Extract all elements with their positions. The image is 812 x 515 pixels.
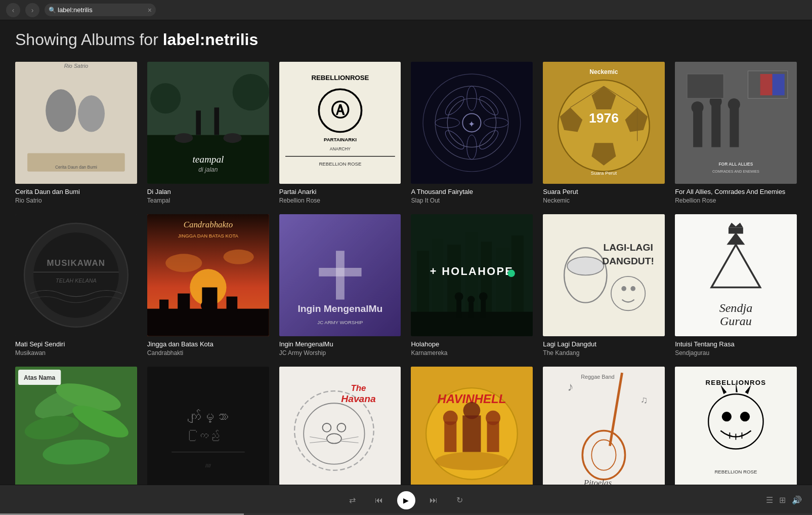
svg-point-114 xyxy=(622,286,627,291)
album-cover-havinhell: HAVINHELL xyxy=(411,367,533,485)
album-item-reggae[interactable]: ♪ ♫ Reggae Band Pitoelas xyxy=(543,367,665,485)
play-button[interactable]: ▶ xyxy=(397,491,415,509)
player-right-controls: ☰ ⊞ 🔊 xyxy=(766,495,802,505)
svg-rect-100 xyxy=(457,299,462,318)
album-grid: Rio Satrio Cerita Daun dan Bumi Cerita D… xyxy=(15,62,797,485)
svg-rect-136 xyxy=(279,367,401,485)
album-item-forall[interactable]: FOR ALL ALLIES COMRADES AND ENEMIES For … xyxy=(675,62,797,204)
svg-text:REBELLION ROSE: REBELLION ROSE xyxy=(319,161,361,167)
nav-back-button[interactable]: ‹ xyxy=(6,3,20,17)
svg-point-101 xyxy=(455,292,463,301)
svg-rect-80 xyxy=(226,296,237,311)
album-artist-jingga: Candrabhakti xyxy=(147,349,269,356)
svg-text:Suara Perut: Suara Perut xyxy=(591,170,617,176)
album-title-intuisi: Intuisi Tentang Rasa xyxy=(675,340,797,348)
svg-rect-63 xyxy=(773,74,785,95)
svg-rect-81 xyxy=(204,308,207,324)
album-item-dijalan[interactable]: teampal di jalan Di Jalan Teampal xyxy=(147,62,269,204)
album-artist-athousand: Slap It Out xyxy=(411,197,533,204)
volume-button[interactable]: 🔊 xyxy=(792,495,802,505)
list-view-button[interactable]: ☰ xyxy=(766,495,773,505)
page-title-prefix: Showing Albums for xyxy=(15,30,163,49)
svg-point-157 xyxy=(436,452,509,470)
svg-text:Reggae Band: Reggae Band xyxy=(581,374,615,380)
svg-text:ANARCHY: ANARCHY xyxy=(330,146,351,151)
svg-text:teampal: teampal xyxy=(192,154,224,165)
svg-text:DANGDUT!: DANGDUT! xyxy=(603,256,655,266)
repeat-button[interactable]: ↻ xyxy=(452,492,468,508)
svg-text:Gurau: Gurau xyxy=(720,314,752,328)
svg-text:PARTAINARKI: PARTAINARKI xyxy=(324,137,357,142)
svg-rect-56 xyxy=(711,104,720,147)
next-button[interactable]: ⏭ xyxy=(425,492,442,508)
svg-rect-104 xyxy=(481,299,486,318)
svg-rect-54 xyxy=(693,110,702,147)
repeat-icon: ↻ xyxy=(456,495,463,505)
svg-rect-108 xyxy=(543,214,665,336)
nav-forward-button[interactable]: › xyxy=(25,3,39,17)
album-title-holahope: Holahope xyxy=(411,340,533,348)
album-item-havinhell[interactable]: HAVINHELL xyxy=(411,367,533,485)
album-cover-lion: The Havana xyxy=(279,367,401,485)
album-cover-mati: MUSIKAWAN TELAH KELANA xyxy=(15,214,137,336)
svg-rect-155 xyxy=(487,421,499,452)
album-title-dijalan: Di Jalan xyxy=(147,188,269,195)
svg-point-14 xyxy=(175,133,193,143)
svg-text:Neckemic: Neckemic xyxy=(590,68,618,75)
album-item-partai[interactable]: REBELLIONROSE Ⓐ PARTAINARKI ANARCHY REBE… xyxy=(279,62,401,204)
album-item-cerita[interactable]: Rio Satrio Cerita Daun dan Bumi Cerita D… xyxy=(15,62,137,204)
svg-text:COMRADES AND ENEMIES: COMRADES AND ENEMIES xyxy=(712,169,759,174)
svg-rect-77 xyxy=(159,299,168,311)
album-item-lion[interactable]: The Havana xyxy=(279,367,401,485)
svg-point-59 xyxy=(728,98,740,110)
album-artist-partai: Rebellion Rose xyxy=(279,197,401,204)
album-item-suara[interactable]: Neckemic 1976 Suara Perut Suara Perut Ne… xyxy=(543,62,665,204)
svg-text:The: The xyxy=(351,383,366,393)
page-title: Showing Albums for label:netrilis xyxy=(15,30,797,49)
album-item-rebellion2[interactable]: REBELLIONROS REBELLION ROSE xyxy=(675,367,797,485)
svg-point-107 xyxy=(508,269,515,276)
album-title-jingga: Jingga dan Batas Kota xyxy=(147,340,269,348)
album-item-intuisi[interactable]: Sendja Gurau Intuisi Tentang Rasa Sendja… xyxy=(675,214,797,356)
album-item-dark1[interactable]: ကျ်မ္ဘာ ကြည် //// xyxy=(147,367,269,485)
search-clear-button[interactable]: × xyxy=(148,6,152,14)
album-artist-forall: Rebellion Rose xyxy=(675,197,797,204)
svg-point-169 xyxy=(722,412,732,421)
album-cover-jingga: Candrabhakto JINGGA DAN BATAS KOTA xyxy=(147,214,269,336)
search-icon: 🔍 xyxy=(49,7,56,14)
svg-point-154 xyxy=(463,402,481,419)
album-artist-dijalan: Teampal xyxy=(147,197,269,204)
svg-text:Atas Nama: Atas Nama xyxy=(24,374,55,381)
album-item-atas[interactable]: Atas Nama Atas Nama xyxy=(15,367,137,485)
svg-text:Cerita Daun dan Bumi: Cerita Daun dan Bumi xyxy=(55,165,97,170)
prev-button[interactable]: ⏮ xyxy=(371,492,387,508)
grid-view-button[interactable]: ⊞ xyxy=(779,495,786,505)
svg-text:di jalan: di jalan xyxy=(198,166,218,173)
svg-rect-60 xyxy=(687,74,723,98)
album-item-lagi[interactable]: LAGI-LAGI DANGDUT! Lagi Lagi Dangdut The… xyxy=(543,214,665,356)
album-cover-cerita: Rio Satrio Cerita Daun dan Bumi xyxy=(15,62,137,184)
list-icon: ☰ xyxy=(766,496,773,504)
album-cover-athousand: ✦ xyxy=(411,62,533,184)
shuffle-button[interactable]: ⇄ xyxy=(345,492,361,508)
album-item-jingga[interactable]: Candrabhakto JINGGA DAN BATAS KOTA Jingg… xyxy=(147,214,269,356)
album-item-athousand[interactable]: ✦ A Thousand Fairytale Slap It Out xyxy=(411,62,533,204)
svg-point-82 xyxy=(201,301,210,310)
album-cover-intuisi: Sendja Gurau xyxy=(675,214,797,336)
album-item-mati[interactable]: MUSIKAWAN TELAH KELANA Mati Sepi Sendiri… xyxy=(15,214,137,356)
svg-rect-151 xyxy=(445,421,457,452)
album-artist-intuisi: Sendjagurau xyxy=(675,349,797,356)
svg-text:♫: ♫ xyxy=(640,394,648,405)
search-input[interactable] xyxy=(45,4,156,16)
svg-text:Sendja: Sendja xyxy=(719,301,753,314)
svg-rect-153 xyxy=(463,415,481,452)
svg-text:////: //// xyxy=(205,462,211,468)
main-content: Showing Albums for label:netrilis Rio Sa… xyxy=(0,20,812,485)
shuffle-icon: ⇄ xyxy=(349,495,356,505)
album-item-holahope[interactable]: + HOLAHOPE Holahope Karnamereka xyxy=(411,214,533,356)
album-cover-holahope: + HOLAHOPE xyxy=(411,214,533,336)
svg-point-170 xyxy=(740,412,750,421)
volume-icon: 🔊 xyxy=(792,496,802,504)
album-item-ingin[interactable]: Ingin MengenalMu JC ARMY WORSHIP Ingin M… xyxy=(279,214,401,356)
album-title-partai: Partai Anarki xyxy=(279,188,401,195)
